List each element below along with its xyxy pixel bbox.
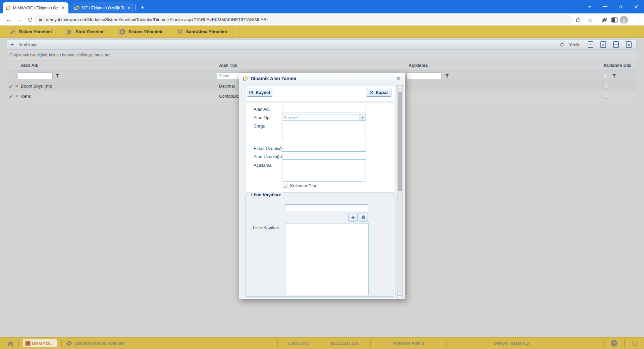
scroll-up-icon[interactable]: ▲: [397, 86, 402, 91]
tab-close-icon[interactable]: ×: [126, 5, 131, 11]
pencil-icon: [9, 94, 13, 99]
footer-separator: [370, 340, 371, 347]
power-icon: [632, 340, 638, 347]
save-button[interactable]: Kaydet: [247, 88, 272, 97]
close-dialog-button[interactable]: Kapat: [366, 88, 391, 97]
share-icon[interactable]: [574, 16, 582, 24]
tab-sif[interactable]: SIF / Ekipman Özellik Tanımları ×: [71, 2, 134, 13]
help-button[interactable]: ?: [611, 340, 618, 347]
column-header-alan-adi[interactable]: Alan Adı: [17, 60, 216, 70]
alan-adi-input[interactable]: [282, 106, 366, 112]
scroll-down-icon[interactable]: ▼: [397, 293, 402, 298]
menu-item-stok-yonetimi[interactable]: Stok Yönetimi: [61, 26, 114, 38]
alan-tipi-placeholder: Seçiniz!: [282, 114, 360, 120]
logout-power-button[interactable]: [629, 338, 641, 349]
browser-toolbar: ← → demyol.mimware.net/Modules/SistemYon…: [0, 13, 644, 26]
etiket-uzunlugu-input[interactable]: [282, 145, 366, 152]
edit-row-button[interactable]: [8, 83, 14, 90]
new-record-button[interactable]: Yeni kayıt: [19, 42, 38, 47]
filter-funnel-icon[interactable]: [445, 73, 449, 78]
gear-icon: [119, 29, 125, 35]
liste-kayitlari-listbox[interactable]: [285, 223, 369, 295]
forward-button[interactable]: →: [15, 15, 24, 24]
dialog-titlebar[interactable]: Dinamik Alan Tanımı ×: [239, 73, 405, 84]
cell-alan-adi: Boom Boyu (mt): [21, 81, 52, 91]
dialog-scrollbar[interactable]: ▲ ▼: [397, 85, 403, 298]
column-header-aciklama[interactable]: Açıklama: [405, 60, 600, 70]
edit-row-button[interactable]: [8, 93, 14, 100]
cell-alan-tipi: ComboBox: [219, 91, 240, 101]
home-icon[interactable]: [7, 340, 14, 347]
kullanim-disi-label: Kullanım Dışı: [290, 183, 316, 188]
menu-label: SatınAlma Yönetimi: [186, 29, 227, 34]
plus-icon: [351, 215, 355, 219]
export-excel-icon[interactable]: X: [588, 41, 593, 48]
minimize-button[interactable]: [597, 0, 613, 13]
cart-icon: [176, 29, 183, 35]
filter-input-alan-adi[interactable]: [18, 72, 53, 79]
tab-close-icon[interactable]: ×: [60, 5, 66, 11]
tab-title: SIF / Ekipman Özellik Tanımları: [82, 6, 124, 10]
refresh-icon[interactable]: [559, 42, 565, 47]
filter-funnel-icon[interactable]: [55, 73, 60, 78]
tab-mimware[interactable]: MIMWARE / Ekipman Özellik Tanı ×: [3, 2, 68, 13]
column-header-alan-tipi[interactable]: Alan Tipi: [216, 60, 405, 70]
menu-item-satinalma-yonetimi[interactable]: SatınAlma Yönetimi: [172, 26, 237, 38]
export-csv-icon[interactable]: csv: [613, 41, 619, 48]
delete-x-icon: ×: [15, 93, 18, 99]
add-list-item-button[interactable]: [348, 213, 358, 221]
footer-separator: [277, 340, 278, 347]
browser-menu-icon[interactable]: ⋮: [634, 16, 642, 24]
refresh-button[interactable]: Yenile: [569, 42, 581, 47]
save-floppy-icon: [249, 90, 253, 95]
sidebar-toggle-icon[interactable]: [610, 16, 619, 24]
footer-company-name: Demyol İnşaat A.Ş.: [494, 341, 530, 346]
footer-separator: [446, 340, 447, 347]
export-word-icon[interactable]: W: [626, 41, 632, 48]
etiket-uzunlugu-label: Etiket Uzunluğu: [254, 146, 284, 151]
filter-funnel-icon[interactable]: [612, 73, 616, 78]
alan-uzunlugu-input[interactable]: [282, 153, 366, 160]
delete-row-button[interactable]: ×: [14, 83, 20, 90]
browser-titlebar: MIMWARE / Ekipman Özellik Tanı × SIF / E…: [0, 0, 644, 13]
footer-separator: [61, 340, 62, 347]
menu-item-bakim-yonetimi[interactable]: Bakım Yönetimi: [5, 26, 61, 38]
application-window: MIMWARE / Ekipman Özellik Tanı × SIF / E…: [0, 0, 644, 349]
footer-ip-address: 81.215.117.231: [331, 341, 359, 346]
sorgu-textarea[interactable]: [282, 123, 366, 141]
filter-checkbox-kullanim-disi[interactable]: [603, 73, 608, 78]
alan-tipi-select[interactable]: Seçiniz! ▼: [282, 114, 366, 121]
profile-avatar[interactable]: [620, 16, 628, 24]
aciklama-textarea[interactable]: [282, 162, 366, 182]
delete-row-button[interactable]: ×: [14, 93, 20, 100]
back-button[interactable]: ←: [4, 15, 13, 24]
close-window-button[interactable]: [628, 0, 644, 13]
row-checkbox-kullanim-disi[interactable]: [603, 94, 608, 99]
kullanim-disi-checkbox[interactable]: [283, 183, 287, 188]
liste-kaydi-input[interactable]: [285, 204, 368, 211]
dialog-close-icon[interactable]: ×: [395, 76, 401, 82]
extensions-icon[interactable]: [600, 16, 608, 24]
wrench-icon: [9, 29, 16, 35]
bookmark-star-icon[interactable]: ☆: [586, 16, 594, 24]
row-checkbox-kullanim-disi[interactable]: [603, 84, 608, 89]
delete-list-item-button[interactable]: [359, 213, 368, 221]
cell-alan-adi: Renk: [21, 91, 31, 101]
url-text: demyol.mimware.net/Modules/SistemYonetim…: [46, 17, 268, 22]
export-pdf-icon[interactable]: A: [600, 41, 606, 48]
url-bar[interactable]: demyol.mimware.net/Modules/SistemYonetim…: [34, 15, 573, 24]
grid-group-panel[interactable]: Gruplamak istediğiniz kolonu buraya sürü…: [7, 50, 637, 60]
menu-item-sistem-yonetimi[interactable]: Sistem Yönetimi: [114, 26, 172, 38]
scrollbar-thumb[interactable]: [398, 92, 402, 191]
maximize-restore-button[interactable]: [613, 0, 628, 13]
chevron-down-icon[interactable]: ▼: [360, 114, 366, 120]
mimware-logo-icon: [243, 76, 248, 81]
demyol-wordmark: DEMYOL: [32, 341, 52, 346]
footer-separator: [18, 340, 19, 347]
liste-kayitlari-fieldset: Liste Kayıtları: Liste Kayıtları: [245, 195, 395, 297]
filter-input-aciklama[interactable]: [407, 72, 441, 79]
new-tab-button[interactable]: +: [138, 3, 147, 12]
handtruck-icon: [66, 29, 72, 35]
column-header-kullanim-disi[interactable]: Kullanım Dışı: [600, 60, 636, 70]
tab-search-icon[interactable]: [582, 0, 597, 13]
